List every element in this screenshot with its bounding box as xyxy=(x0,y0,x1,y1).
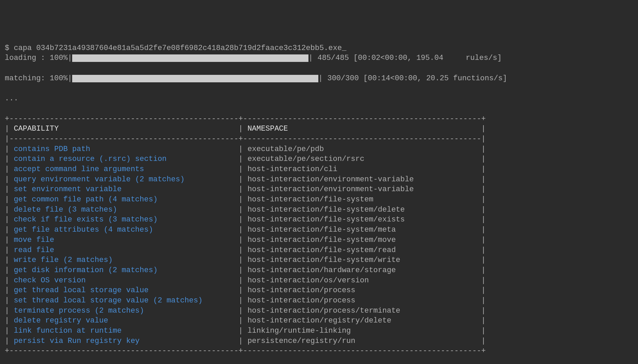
table-row: | contain a resource (.rsrc) section | e… xyxy=(5,155,486,163)
capability-cell: move file xyxy=(14,236,238,244)
capability-cell: query environment variable (2 matches) xyxy=(14,175,238,184)
table-row: | check if file exists (3 matches) | hos… xyxy=(5,215,486,224)
namespace-cell: host-interaction/registry/delete xyxy=(248,316,481,325)
cursor: _ xyxy=(342,44,346,52)
namespace-cell: linking/runtime-linking xyxy=(248,327,481,335)
table-border-top: +---------------------------------------… xyxy=(5,115,486,123)
capability-cell: set thread local storage value (2 matche… xyxy=(14,296,238,305)
loading-progress-bar xyxy=(72,54,308,62)
table-row: | write file (2 matches) | host-interact… xyxy=(5,256,486,264)
capability-cell: delete file (3 matches) xyxy=(14,205,238,214)
capability-cell: check if file exists (3 matches) xyxy=(14,215,238,224)
table-border-bottom: +---------------------------------------… xyxy=(5,347,486,355)
loading-label: loading : 100%| xyxy=(5,53,72,63)
prompt-symbol: $ xyxy=(5,44,14,52)
capability-cell: delete registry value xyxy=(14,316,238,325)
namespace-cell: host-interaction/hardware/storage xyxy=(248,266,481,275)
loading-stats: | 485/485 [00:02<00:00, 195.04 rules/s] xyxy=(308,53,502,63)
namespace-cell: host-interaction/file-system/write xyxy=(248,256,481,264)
capability-cell: get file attributes (4 matches) xyxy=(14,226,238,234)
table-row: | delete file (3 matches) | host-interac… xyxy=(5,205,486,214)
namespace-cell: host-interaction/cli xyxy=(248,165,481,173)
table-row: | terminate process (2 matches) | host-i… xyxy=(5,307,486,315)
command-line: $ capa 034b7231a49387604e81a5a5d2fe7e08f… xyxy=(5,44,346,52)
matching-progress-line: matching: 100%|| 300/300 [00:14<00:00, 2… xyxy=(5,73,633,84)
capability-cell: read file xyxy=(14,246,238,254)
capability-cell: terminate process (2 matches) xyxy=(14,307,238,315)
terminal-output: $ capa 034b7231a49387604e81a5a5d2fe7e08f… xyxy=(5,43,633,356)
namespace-cell: host-interaction/file-system/move xyxy=(248,236,481,244)
table-row: | read file | host-interaction/file-syst… xyxy=(5,246,486,254)
capability-cell: get common file path (4 matches) xyxy=(14,195,238,204)
table-border-mid: |---------------------------------------… xyxy=(5,135,486,143)
header-capability: CAPABILITY xyxy=(14,125,238,133)
capability-cell: contains PDB path xyxy=(14,145,238,153)
command-text: capa 034b7231a49387604e81a5a5d2fe7e08f69… xyxy=(14,44,342,52)
table-row: | get disk information (2 matches) | hos… xyxy=(5,266,486,275)
loading-progress-line: loading : 100%|| 485/485 [00:02<00:00, 1… xyxy=(5,53,633,63)
capability-cell: check OS version xyxy=(14,276,238,285)
namespace-cell: host-interaction/file-system/read xyxy=(248,246,481,254)
capability-cell: get disk information (2 matches) xyxy=(14,266,238,275)
namespace-cell: persistence/registry/run xyxy=(248,337,481,345)
namespace-cell: host-interaction/process xyxy=(248,296,481,305)
capability-cell: set environment variable xyxy=(14,185,238,194)
table-row: | set thread local storage value (2 matc… xyxy=(5,296,486,305)
matching-progress-bar xyxy=(72,75,318,82)
capability-cell: get thread local storage value xyxy=(14,286,238,295)
capability-cell: link function at runtime xyxy=(14,327,238,335)
namespace-cell: host-interaction/file-system/meta xyxy=(248,226,481,234)
table-row: | get thread local storage value | host-… xyxy=(5,286,486,295)
table-row: | query environment variable (2 matches)… xyxy=(5,175,486,184)
table-row: | link function at runtime | linking/run… xyxy=(5,327,486,335)
capability-cell: accept command line arguments xyxy=(14,165,238,173)
capability-cell: persist via Run registry key xyxy=(14,337,238,345)
table-header-row: | CAPABILITY | NAMESPACE | xyxy=(5,125,486,133)
capability-cell: contain a resource (.rsrc) section xyxy=(14,155,238,163)
table-row: | contains PDB path | executable/pe/pdb … xyxy=(5,145,486,153)
header-namespace: NAMESPACE xyxy=(248,125,481,133)
ellipsis: ... xyxy=(5,94,18,103)
table-row: | set environment variable | host-intera… xyxy=(5,185,486,194)
matching-stats: | 300/300 [00:14<00:00, 20.25 functions/… xyxy=(318,73,507,84)
table-row: | accept command line arguments | host-i… xyxy=(5,165,486,173)
table-row: | check OS version | host-interaction/os… xyxy=(5,276,486,285)
table-row: | delete registry value | host-interacti… xyxy=(5,316,486,325)
namespace-cell: host-interaction/file-system xyxy=(248,195,481,204)
namespace-cell: host-interaction/environment-variable xyxy=(248,185,481,194)
table-row: | move file | host-interaction/file-syst… xyxy=(5,236,486,244)
namespace-cell: executable/pe/pdb xyxy=(248,145,481,153)
capability-cell: write file (2 matches) xyxy=(14,256,238,264)
table-row: | get file attributes (4 matches) | host… xyxy=(5,226,486,234)
namespace-cell: host-interaction/process/terminate xyxy=(248,307,481,315)
namespace-cell: host-interaction/file-system/exists xyxy=(248,215,481,224)
namespace-cell: host-interaction/os/version xyxy=(248,276,481,285)
matching-label: matching: 100%| xyxy=(5,73,72,84)
capability-table: +---------------------------------------… xyxy=(5,114,633,357)
namespace-cell: host-interaction/process xyxy=(248,286,481,295)
table-row: | persist via Run registry key | persist… xyxy=(5,337,486,345)
namespace-cell: host-interaction/file-system/delete xyxy=(248,205,481,214)
namespace-cell: host-interaction/environment-variable xyxy=(248,175,481,184)
table-row: | get common file path (4 matches) | hos… xyxy=(5,195,486,204)
namespace-cell: executable/pe/section/rsrc xyxy=(248,155,481,163)
